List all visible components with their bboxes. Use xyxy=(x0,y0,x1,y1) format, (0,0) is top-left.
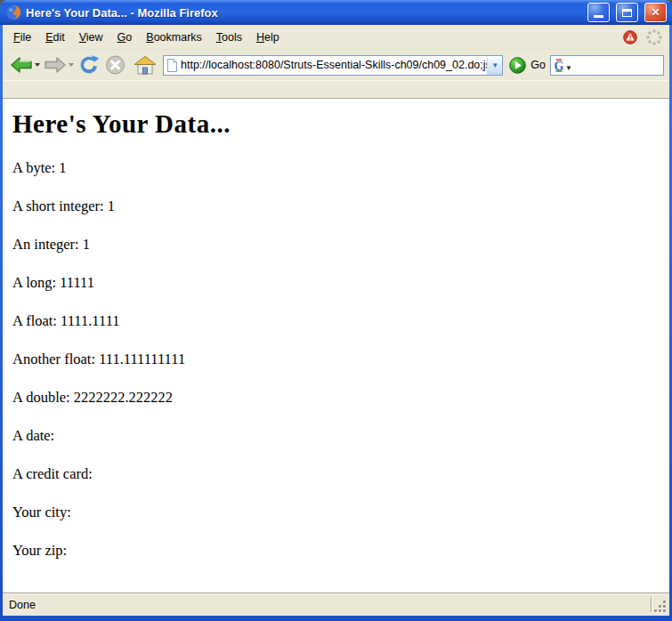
data-line-zip: Your zip: xyxy=(12,542,669,560)
throbber-icon xyxy=(645,28,663,46)
menu-file[interactable]: File xyxy=(6,28,38,47)
data-line-long: A long: 11111 xyxy=(12,274,669,292)
status-bar: Done xyxy=(3,593,669,616)
go-label: Go xyxy=(530,59,546,71)
reload-icon xyxy=(77,54,101,76)
title-bar[interactable]: Here's Your Data... - Mozilla Firefox ✕ xyxy=(0,0,672,25)
page-heading: Here's Your Data... xyxy=(12,109,669,139)
data-line-float: A float: 1111.1111 xyxy=(12,312,669,330)
data-line-byte: A byte: 1 xyxy=(12,159,669,177)
menu-help[interactable]: Help xyxy=(249,28,287,47)
home-button[interactable] xyxy=(132,53,158,77)
minimize-button[interactable] xyxy=(587,3,610,22)
browser-window: Here's Your Data... - Mozilla Firefox ✕ … xyxy=(0,0,672,621)
status-text: Done xyxy=(9,599,36,611)
menu-bookmarks[interactable]: Bookmarks xyxy=(139,28,209,47)
data-line-short: A short integer: 1 xyxy=(12,198,669,215)
menu-view[interactable]: View xyxy=(72,28,110,47)
search-box[interactable]: G ▼ xyxy=(550,55,664,76)
back-button[interactable] xyxy=(8,53,42,77)
minimize-icon xyxy=(594,15,603,18)
address-bar[interactable]: http://localhost:8080/Struts-Essential-S… xyxy=(163,55,503,76)
search-dropdown-icon[interactable]: ▼ xyxy=(565,64,572,72)
statusbar-separator xyxy=(651,597,652,612)
menu-tools[interactable]: Tools xyxy=(209,28,249,47)
data-line-credit-card: A credit card: xyxy=(12,465,669,483)
page-icon xyxy=(166,58,178,73)
stop-button[interactable] xyxy=(102,52,128,77)
data-line-date: A date: xyxy=(12,427,669,445)
window-title: Here's Your Data... - Mozilla Firefox xyxy=(26,6,581,20)
menu-go[interactable]: Go xyxy=(110,28,140,47)
maximize-icon xyxy=(622,9,632,17)
resize-grip-icon[interactable] xyxy=(654,601,668,615)
chevron-down-icon: ▼ xyxy=(491,61,498,69)
data-line-city: Your city: xyxy=(12,504,669,521)
navigation-toolbar: http://localhost:8080/Struts-Essential-S… xyxy=(3,50,669,80)
reload-button[interactable] xyxy=(76,52,102,77)
bookmarks-toolbar xyxy=(3,80,669,99)
data-line-integer: An integer: 1 xyxy=(12,236,669,254)
forward-arrow-icon xyxy=(44,55,67,75)
page-content: Here's Your Data... A byte: 1 A short in… xyxy=(3,99,669,593)
menu-edit[interactable]: Edit xyxy=(38,28,72,47)
address-dropdown-button[interactable]: ▼ xyxy=(487,56,502,75)
go-icon xyxy=(509,57,526,74)
search-input[interactable] xyxy=(572,57,661,73)
back-dropdown-icon[interactable] xyxy=(35,63,40,67)
home-icon xyxy=(134,55,157,76)
menu-bar: File Edit View Go Bookmarks Tools Help xyxy=(3,25,669,50)
close-button[interactable]: ✕ xyxy=(644,3,667,22)
stop-icon xyxy=(104,54,126,76)
go-button[interactable]: Go xyxy=(507,57,550,74)
forward-button[interactable] xyxy=(42,53,76,77)
maximize-button[interactable] xyxy=(616,3,638,22)
close-icon: ✕ xyxy=(651,7,660,18)
forward-dropdown-icon[interactable] xyxy=(69,63,74,67)
firefox-logo-icon xyxy=(5,4,21,20)
address-text[interactable]: http://localhost:8080/Struts-Essential-S… xyxy=(178,59,487,71)
update-notification-icon[interactable] xyxy=(623,30,637,44)
data-line-another-float: Another float: 111.111111111 xyxy=(12,351,669,368)
data-line-double: A double: 2222222.222222 xyxy=(12,389,669,407)
back-arrow-icon xyxy=(10,55,33,75)
